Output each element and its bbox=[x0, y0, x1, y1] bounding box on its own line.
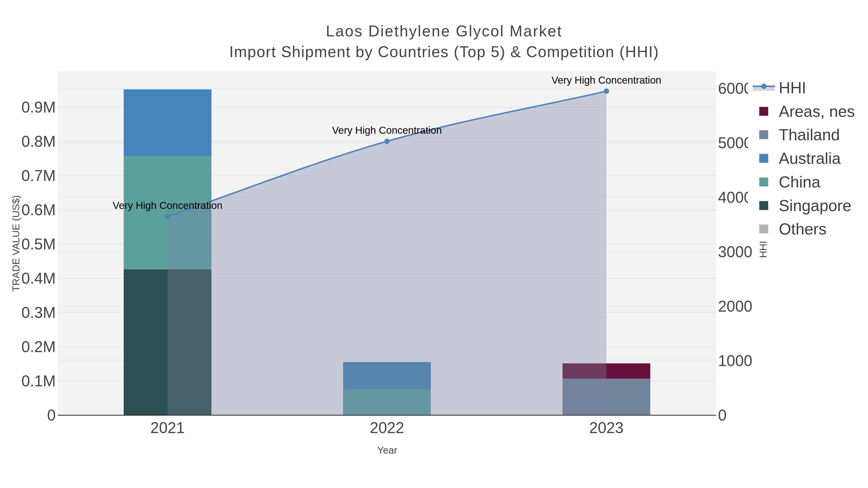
bar-australia-2021 bbox=[124, 89, 212, 156]
y-axis-title-right: HHI bbox=[757, 241, 769, 258]
y-tick-right: 6000 bbox=[718, 80, 752, 97]
others-swatch-icon bbox=[759, 225, 768, 233]
y-tick-left: 0.3M bbox=[22, 304, 56, 321]
legend-item-areas-nes[interactable]: Areas, nes bbox=[748, 100, 868, 123]
y-tick-right: 5000 bbox=[718, 134, 752, 152]
chart-title: Laos Diethylene Glycol Market Import Shi… bbox=[229, 21, 659, 62]
legend-item-others[interactable]: Others bbox=[748, 217, 868, 241]
chart-canvas: 00.1M0.2M0.3M0.4M0.5M0.6M0.7M0.8M0.9M010… bbox=[0, 0, 868, 488]
legend-label: Areas, nes bbox=[779, 102, 855, 121]
y-tick-right: 4000 bbox=[718, 189, 752, 206]
y-axis-title-left: TRADE VALUE (US$) bbox=[10, 195, 22, 292]
y-tick-left: 0.6M bbox=[22, 201, 56, 219]
x-tick: 2022 bbox=[370, 419, 404, 436]
legend-item-hhi[interactable]: HHI bbox=[748, 76, 868, 100]
chart-title-line2: Import Shipment by Countries (Top 5) & C… bbox=[229, 41, 659, 62]
annotation-2023: Very High Concentration bbox=[551, 74, 661, 86]
x-tick: 2023 bbox=[589, 419, 623, 436]
y-tick-left: 0.8M bbox=[22, 133, 56, 150]
legend-item-china[interactable]: China bbox=[748, 170, 868, 194]
hhi-marker-2022 bbox=[384, 138, 390, 144]
legend-label: Australia bbox=[779, 149, 841, 167]
y-tick-left: 0.7M bbox=[22, 167, 56, 184]
legend-label: HHI bbox=[779, 78, 806, 97]
legend-item-australia[interactable]: Australia bbox=[748, 147, 868, 170]
y-tick-right: 1000 bbox=[718, 352, 752, 369]
y-tick-right: 2000 bbox=[718, 298, 752, 315]
y-tick-left: 0 bbox=[47, 406, 56, 424]
chart-figure: 00.1M0.2M0.3M0.4M0.5M0.6M0.7M0.8M0.9M010… bbox=[0, 0, 868, 488]
legend-label: Thailand bbox=[779, 126, 840, 144]
y-tick-left: 0.1M bbox=[22, 372, 56, 390]
y-tick-left: 0.2M bbox=[22, 338, 56, 355]
legend-item-thailand[interactable]: Thailand bbox=[748, 123, 868, 147]
hhi-line-icon bbox=[753, 85, 775, 91]
legend-label: Singapore bbox=[779, 196, 851, 215]
legend-label: Others bbox=[779, 220, 827, 238]
areas-nes-swatch-icon bbox=[759, 107, 768, 116]
thailand-swatch-icon bbox=[759, 130, 768, 139]
chart-title-line1: Laos Diethylene Glycol Market bbox=[229, 21, 659, 41]
y-tick-right: 0 bbox=[718, 406, 727, 424]
x-axis-title: Year bbox=[377, 445, 397, 456]
y-tick-left: 0.5M bbox=[22, 235, 56, 253]
legend-item-singapore[interactable]: Singapore bbox=[748, 194, 868, 217]
x-tick: 2021 bbox=[151, 419, 185, 436]
annotation-2021: Very High Concentration bbox=[113, 200, 222, 212]
y-tick-left: 0.9M bbox=[22, 99, 56, 116]
hhi-marker-2021 bbox=[165, 214, 170, 219]
hhi-marker-2023 bbox=[604, 89, 609, 94]
australia-swatch-icon bbox=[759, 154, 768, 163]
legend: HHI Areas, nes Thailand Australia China … bbox=[748, 76, 868, 240]
singapore-swatch-icon bbox=[759, 201, 768, 210]
legend-label: China bbox=[779, 173, 820, 191]
annotation-2022: Very High Concentration bbox=[332, 125, 442, 136]
china-swatch-icon bbox=[759, 177, 768, 186]
y-tick-right: 3000 bbox=[718, 243, 752, 261]
y-tick-left: 0.4M bbox=[22, 270, 56, 287]
